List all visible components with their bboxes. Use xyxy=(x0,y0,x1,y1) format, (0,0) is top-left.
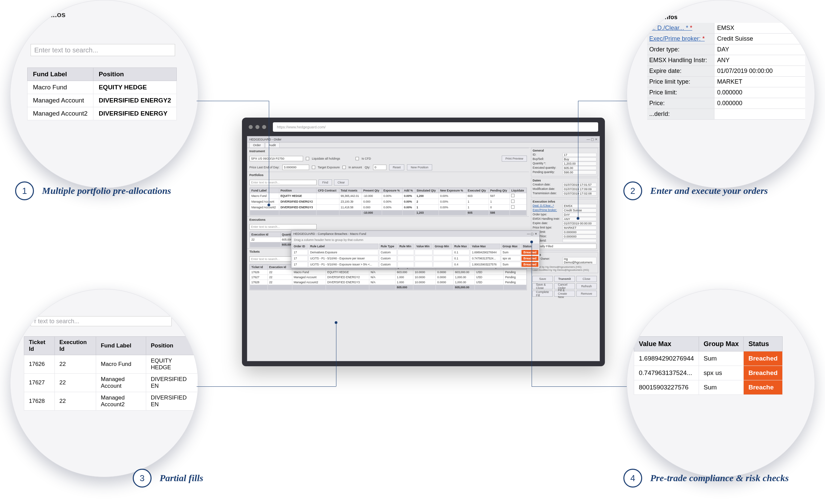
find-button[interactable]: Find xyxy=(319,179,332,185)
executions-search-input[interactable]: Enter text to search... xyxy=(249,224,317,229)
table-row[interactable]: 17UCITS - P1 - 5/10/40 - Exposure issuer… xyxy=(292,262,539,267)
kv-value[interactable]: Buy xyxy=(563,157,596,161)
lens3-search: r text to search... xyxy=(31,316,172,326)
clear-button[interactable]: Clear xyxy=(334,179,349,185)
qty-input[interactable]: 0 xyxy=(373,165,386,170)
execinfo-title: Execution infos xyxy=(533,200,596,203)
column-header[interactable]: Ticket Id xyxy=(250,265,268,270)
table-row[interactable]: 17UCITS - P1 - 5/10/40 - Exposure per is… xyxy=(292,256,539,261)
column-header[interactable]: Fund Label xyxy=(250,188,279,193)
portfolios-section: Portfolios Enter text to search... Find … xyxy=(247,172,529,216)
dates-block: Dates Creation date:01/07/2019 17:01:57M… xyxy=(531,178,598,198)
lens-execution-infos: ...ion infos al. D./Clear... * *EMSXExec… xyxy=(627,0,815,188)
reset-button[interactable]: Reset xyxy=(389,164,405,170)
new-position-button[interactable]: New Position xyxy=(407,164,432,170)
column-header[interactable]: Pending Qty xyxy=(489,188,510,193)
kv-key: Creation date: xyxy=(533,183,561,187)
table-row[interactable]: 17Derivatives ExposureCustom0.11.6989429… xyxy=(292,250,539,255)
url-bar[interactable]: https://www.hedgeguard.com/ xyxy=(273,122,598,132)
column-header[interactable]: Execution Id xyxy=(250,232,281,237)
iscfd-checkbox[interactable] xyxy=(356,157,359,160)
liquidate-row-checkbox[interactable] xyxy=(511,200,514,203)
complete-fill-button[interactable]: Complete Fill xyxy=(532,291,553,297)
kv-value[interactable]: 01/07/2019 00:00:00 xyxy=(563,221,596,225)
transmit-button[interactable]: Transmit xyxy=(554,276,575,282)
column-header[interactable]: Executed Qty xyxy=(466,188,489,193)
save-button[interactable]: Save xyxy=(532,276,553,282)
table-row[interactable]: Macro FundEQUITY HEDGE99,365,442.01-10.0… xyxy=(250,193,527,199)
column-header[interactable]: Exposure % xyxy=(382,188,402,193)
table-row[interactable]: 1762622Macro FundEQUITY HEDGEN/A603.0001… xyxy=(250,270,527,275)
column-header[interactable]: Add % xyxy=(403,188,415,193)
kv-value[interactable]: 1,203.00 xyxy=(563,162,596,166)
table-row[interactable]: Managed Account2DIVERSIFIED ENERGY311,41… xyxy=(250,205,527,210)
column-header[interactable]: Rule Max xyxy=(453,244,470,249)
tab-order[interactable]: Order xyxy=(249,142,264,148)
column-header[interactable]: Position xyxy=(279,188,317,193)
print-preview-button[interactable]: Print Preview xyxy=(502,156,527,162)
kv-value[interactable]: 598.00 xyxy=(563,170,596,174)
compliance-popup: HEDGEGUARD - Compliance Breaches - Macro… xyxy=(291,230,540,268)
price-input[interactable]: 3.000000 xyxy=(282,165,309,170)
badge-2: 2 xyxy=(623,181,642,200)
column-header[interactable]: Status xyxy=(521,244,539,249)
owner-value[interactable]: Hg Demo@hgcustomers xyxy=(563,257,596,264)
kv-value[interactable]: 0.000000 xyxy=(563,230,596,234)
column-header[interactable]: Group Min xyxy=(433,244,452,249)
kv-value[interactable]: ANY xyxy=(563,217,596,221)
kv-value[interactable] xyxy=(563,239,596,242)
kv-value[interactable]: DAY xyxy=(563,213,596,217)
column-header[interactable]: CFD Contract xyxy=(317,188,339,193)
kv-value[interactable]: 0.000000 xyxy=(563,235,596,239)
kv-row: Modification date:01/07/2019 17:09:09 xyxy=(533,187,596,191)
column-header[interactable]: Execution Id xyxy=(268,265,292,270)
kv-key: Expire date: xyxy=(533,221,561,225)
kv-value[interactable]: Credit Suisse xyxy=(563,208,596,212)
table-row[interactable]: Managed AccountDIVERSIFIED ENERGY223,100… xyxy=(250,199,527,205)
kv-value[interactable]: 01/07/2019 17:01:57 xyxy=(563,183,596,187)
column-header[interactable]: Group Max xyxy=(501,244,521,249)
column-header[interactable]: New Exposure % xyxy=(439,188,466,193)
table-row[interactable]: 1762822Managed Account2DIVERSIFIED ENERG… xyxy=(250,280,527,285)
kv-value[interactable]: EMSX xyxy=(563,204,596,208)
liquidate-row-checkbox[interactable] xyxy=(511,205,514,209)
column-header[interactable]: Simulated Qty xyxy=(415,188,439,193)
liquidate-row-checkbox[interactable] xyxy=(511,194,514,197)
kv-value[interactable]: MARKET xyxy=(563,226,596,230)
portfolios-grid[interactable]: Fund LabelPositionCFD ContractTotal Asse… xyxy=(249,187,527,216)
compliance-window-buttons[interactable]: — ▢ ✕ xyxy=(527,232,537,236)
kv-row: Deal. D./Clear...*EMSX xyxy=(533,204,596,208)
kv-value[interactable]: 01/07/2019 17:02:08 xyxy=(563,192,596,196)
column-header[interactable]: Value Max xyxy=(470,244,500,249)
liquidate-checkbox[interactable] xyxy=(306,157,309,160)
column-header[interactable]: Total Assets xyxy=(339,188,362,193)
column-header[interactable]: Value Min xyxy=(415,244,432,249)
tab-audit[interactable]: Audit xyxy=(265,142,280,148)
instrument-name-input[interactable]: SPX US 09/20/19 P2750 xyxy=(249,156,303,161)
caption-4: Pre-trade compliance & risk checks xyxy=(650,473,789,484)
column-header[interactable]: Rule Label xyxy=(308,244,378,249)
kv-value[interactable]: 01/07/2019 17:09:09 xyxy=(563,187,596,191)
compliance-grid[interactable]: Order IDRule LabelRule TypeRule MinValue… xyxy=(291,243,539,268)
column-header[interactable]: Rule Type xyxy=(379,244,397,249)
column-header[interactable]: Present Qty xyxy=(362,188,382,193)
remove-button[interactable]: Remove xyxy=(576,291,597,297)
column-header[interactable]: Liquidate xyxy=(510,188,527,193)
target-exposure-checkbox[interactable] xyxy=(312,166,315,169)
inamount-checkbox[interactable] xyxy=(342,166,346,169)
portfolio-search-input[interactable]: Enter text to search... xyxy=(249,180,317,185)
kv-value[interactable]: 605.00 xyxy=(563,166,596,170)
save-close-button[interactable]: Save & Close xyxy=(532,283,553,289)
kv-value[interactable]: 17 xyxy=(563,153,596,157)
close-button[interactable]: Close xyxy=(576,276,597,282)
right-sidebar: General ID:17Buy/Sell:BuyQuantity *:1,20… xyxy=(531,148,598,298)
window-buttons[interactable]: — ▢ ✕ xyxy=(586,137,597,141)
refresh-button[interactable]: Refresh xyxy=(576,283,597,289)
connector-line xyxy=(532,386,627,387)
fill-create-new-button[interactable]: Fill & Create New xyxy=(554,291,575,297)
table-row[interactable]: 1762722Managed AccountDIVERSIFIED ENERGY… xyxy=(250,275,527,280)
column-header[interactable]: Rule Min xyxy=(398,244,414,249)
column-header[interactable]: Order ID xyxy=(292,244,308,249)
lens-partial-fills: r text to search... Ticket IdExecution I… xyxy=(10,289,198,477)
kv-key: EMSX Handling Instr: xyxy=(533,217,561,221)
